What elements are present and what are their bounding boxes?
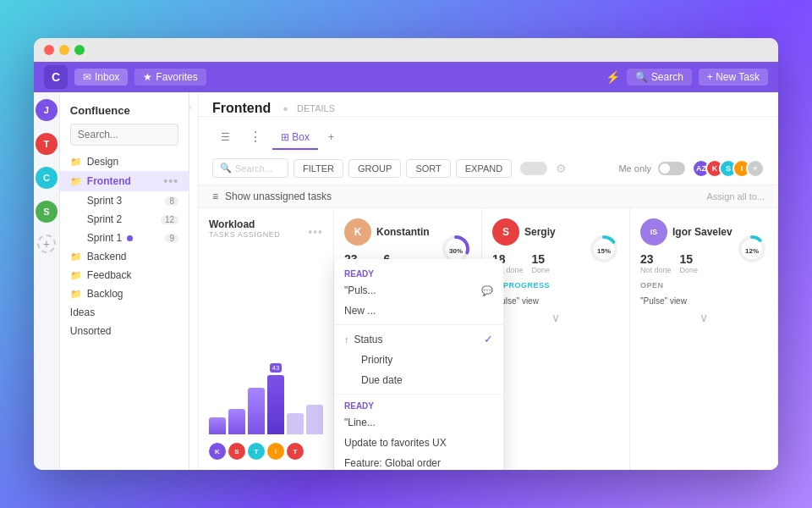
- unassigned-bar: ≡ Show unassigned tasks Assign all to...: [199, 185, 778, 208]
- content-header: Frontend ● DETAILS: [199, 92, 778, 117]
- sort-item-status[interactable]: ↑ Status ✓: [334, 329, 503, 350]
- sprint1-dot: [127, 235, 133, 241]
- main-layout: J T C S + Confluence 📁 Design 📁 Frontend…: [34, 92, 778, 470]
- task-item-sergiy[interactable]: "Pulse" view: [492, 295, 619, 307]
- expand-button-sergiy[interactable]: ∨: [492, 311, 619, 324]
- collapse-icon: ‹: [189, 102, 192, 112]
- person-name-konstantin: Konstantin: [376, 226, 430, 238]
- tab-box[interactable]: ⊞ Box: [272, 126, 318, 150]
- tab-add[interactable]: +: [320, 126, 343, 150]
- sidebar-item-sprint3[interactable]: Sprint 3 8: [77, 191, 189, 210]
- traffic-lights: [44, 45, 85, 55]
- workload-header: Workload TASKS ASSIGNED •••: [209, 218, 323, 246]
- group-button[interactable]: GROUP: [348, 159, 401, 178]
- sort-button[interactable]: SORT: [406, 159, 450, 178]
- dropdown-item-update[interactable]: Update to favorites UX: [334, 433, 503, 453]
- arrow-up-icon: ↑: [344, 334, 349, 345]
- toggle-switch[interactable]: [520, 162, 547, 175]
- topnav-right: ⚡ 🔍 Search + New Task: [606, 69, 768, 86]
- workload-avatar-t: T: [248, 443, 265, 460]
- search-icon: 🔍: [635, 71, 648, 83]
- workspace-icon-s[interactable]: S: [36, 201, 58, 223]
- dropdown-section-ready: READY: [334, 266, 503, 280]
- workspace-icon-t[interactable]: T: [36, 133, 58, 155]
- gear-icon[interactable]: ⚙: [556, 162, 567, 175]
- sidebar-item-unsorted[interactable]: Unsorted: [60, 322, 189, 340]
- sidebar-item-backlog[interactable]: 📁 Backlog: [60, 284, 189, 303]
- tab-list[interactable]: ☰: [212, 126, 239, 150]
- bar-column: [267, 375, 284, 434]
- sidebar-item-sprint2[interactable]: Sprint 2 12: [77, 210, 189, 229]
- chat-icon: 💬: [481, 285, 493, 296]
- sidebar-item-sprint1[interactable]: Sprint 1 9: [77, 229, 189, 247]
- more-options-icon[interactable]: •••: [163, 174, 178, 188]
- workload-title: Workload: [209, 218, 280, 230]
- sidebar-item-backend[interactable]: 📁 Backend: [60, 247, 189, 266]
- workload-subtitle: TASKS ASSIGNED: [209, 230, 280, 239]
- avatar-konstantin: K: [344, 218, 371, 246]
- dropdown-item-new[interactable]: New ...: [334, 301, 503, 321]
- sidebar-item-frontend[interactable]: 📁 Frontend •••: [60, 171, 189, 191]
- status-badge-sergiy: IN PROGRESS: [492, 279, 619, 291]
- titlebar: [34, 38, 778, 62]
- sidebar: Confluence 📁 Design 📁 Frontend ••• Sprin…: [60, 92, 189, 470]
- bar-2: [228, 409, 245, 434]
- close-button[interactable]: [44, 45, 54, 55]
- new-task-button[interactable]: + New Task: [699, 69, 768, 86]
- search-button[interactable]: 🔍 Search: [627, 69, 692, 86]
- expand-button-igor[interactable]: ∨: [640, 311, 767, 324]
- bar-6: [306, 405, 323, 434]
- avatar-group: AZ K S I +: [692, 159, 765, 178]
- search-input[interactable]: 🔍 Search...: [212, 158, 288, 178]
- task-item-igor[interactable]: "Pulse" view: [640, 295, 767, 307]
- bar-column: [306, 405, 323, 434]
- bar-1: [209, 417, 226, 434]
- cards-area: Workload TASKS ASSIGNED •••: [199, 208, 778, 470]
- folder-icon: 📁: [70, 270, 82, 281]
- donut-sergiy: 15%: [589, 234, 619, 268]
- folder-icon: 📁: [70, 251, 82, 262]
- sidebar-item-design[interactable]: 📁 Design: [60, 152, 189, 171]
- workload-more-icon[interactable]: •••: [308, 225, 323, 239]
- stat-notdone: 23 Not done: [640, 252, 672, 274]
- page-title: Frontend: [212, 101, 271, 116]
- bar-column: [228, 409, 245, 434]
- sidebar-collapse-button[interactable]: ‹: [189, 92, 199, 470]
- maximize-button[interactable]: [74, 45, 85, 55]
- dropdown-item-feature[interactable]: Feature: Global order: [334, 453, 503, 470]
- inbox-button[interactable]: ✉ Inbox: [74, 69, 128, 86]
- app-logo[interactable]: C: [44, 65, 68, 89]
- dropdown-item-line[interactable]: "Line...: [334, 412, 503, 433]
- folder-icon: 📁: [70, 176, 82, 187]
- toggle-knob: [660, 163, 670, 174]
- list-icon: ☰: [221, 131, 230, 143]
- dropdown-divider: [334, 324, 503, 325]
- content-tabs: ☰ ⋮ ⊞ Box +: [199, 117, 778, 152]
- me-only-toggle[interactable]: [658, 162, 685, 175]
- sidebar-item-feedback[interactable]: 📁 Feedback: [60, 266, 189, 284]
- details-link[interactable]: DETAILS: [297, 103, 335, 113]
- sort-item-priority[interactable]: Priority: [334, 350, 503, 370]
- minimize-button[interactable]: [59, 45, 69, 55]
- workspace-icon-c[interactable]: C: [36, 167, 58, 189]
- search-icon: 🔍: [220, 163, 232, 174]
- filter-button[interactable]: FILTER: [294, 159, 343, 178]
- app-window: C ✉ Inbox ★ Favorites ⚡ 🔍 Search + New T…: [34, 38, 778, 470]
- sidebar-item-ideas[interactable]: Ideas: [60, 303, 189, 322]
- expand-button[interactable]: EXPAND: [456, 159, 512, 178]
- workload-avatars: K S T I T: [209, 443, 323, 460]
- workspace-icon-j[interactable]: J: [36, 99, 58, 121]
- sort-item-duedate[interactable]: Due date: [334, 370, 503, 390]
- check-icon: ✓: [484, 333, 493, 345]
- person-card-sergiy: S Sergiy 18 Not done 15 Done: [482, 208, 630, 470]
- favorites-button[interactable]: ★ Favorites: [134, 69, 206, 86]
- tab-timeline[interactable]: ⋮: [240, 124, 271, 152]
- unassigned-bar-left: ≡ Show unassigned tasks: [212, 190, 332, 202]
- assign-all-button[interactable]: Assign all to...: [707, 191, 765, 202]
- dropdown-item-pulse[interactable]: "Puls... 💬: [334, 280, 503, 301]
- avatar-more[interactable]: +: [746, 159, 765, 178]
- sidebar-title: Confluence: [60, 99, 189, 120]
- workload-chart: 43: [209, 249, 323, 438]
- add-workspace-button[interactable]: +: [37, 235, 56, 253]
- sidebar-search-input[interactable]: [70, 124, 178, 146]
